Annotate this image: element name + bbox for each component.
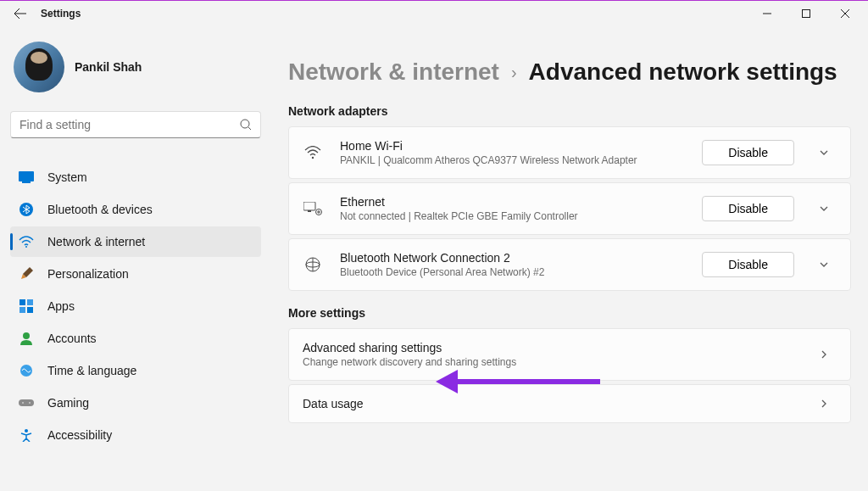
- wifi-icon: [303, 146, 323, 159]
- svg-point-10: [23, 332, 30, 339]
- svg-rect-18: [308, 210, 311, 212]
- svg-rect-9: [27, 307, 33, 313]
- network-adapters-list: Home Wi-Fi PANKIL | Qualcomm Atheros QCA…: [288, 126, 851, 291]
- sidebar-item-label: Accessibility: [47, 428, 112, 442]
- back-button[interactable]: [3, 1, 37, 26]
- svg-rect-8: [19, 307, 25, 313]
- chevron-right-icon: [811, 349, 837, 360]
- svg-point-16: [312, 157, 314, 159]
- adapter-description: Bluetooth Device (Personal Area Network)…: [340, 266, 685, 278]
- page-title: Advanced network settings: [529, 59, 837, 86]
- titlebar: Settings: [0, 1, 868, 26]
- adapter-card-ethernet[interactable]: Ethernet Not connected | Realtek PCIe GB…: [288, 182, 851, 235]
- sidebar-item-gaming[interactable]: Gaming: [10, 388, 261, 418]
- sidebar-item-time[interactable]: Time & language: [10, 355, 261, 386]
- chevron-down-icon[interactable]: [811, 204, 837, 214]
- svg-rect-17: [303, 202, 315, 210]
- sidebar: Pankil Shah System Bluetooth & devices N…: [0, 26, 271, 491]
- profile-row[interactable]: Pankil Shah: [10, 42, 261, 92]
- search-input[interactable]: [19, 118, 240, 131]
- ethernet-icon: [303, 202, 323, 215]
- svg-rect-3: [22, 181, 31, 183]
- svg-rect-0: [803, 10, 810, 18]
- sidebar-item-system[interactable]: System: [10, 162, 261, 192]
- svg-rect-7: [27, 299, 33, 305]
- adapter-card-bluetooth[interactable]: Bluetooth Network Connection 2 Bluetooth…: [288, 238, 851, 291]
- adapter-card-wifi[interactable]: Home Wi-Fi PANKIL | Qualcomm Atheros QCA…: [288, 126, 851, 179]
- setting-body: Data usage: [303, 397, 794, 410]
- sidebar-item-label: Network & internet: [47, 235, 145, 248]
- sidebar-item-label: Apps: [47, 299, 75, 313]
- accessibility-icon: [19, 427, 34, 443]
- svg-point-1: [241, 120, 249, 128]
- sidebar-item-apps[interactable]: Apps: [10, 291, 261, 321]
- sidebar-item-label: Accounts: [47, 332, 97, 345]
- minimize-button[interactable]: [748, 1, 787, 26]
- adapter-name: Bluetooth Network Connection 2: [340, 251, 685, 265]
- bluetooth-network-icon: [303, 257, 323, 272]
- search-field[interactable]: [10, 111, 261, 138]
- adapter-description: Not connected | Realtek PCIe GBE Family …: [340, 210, 685, 222]
- breadcrumb: Network & internet › Advanced network se…: [288, 59, 851, 86]
- sidebar-item-label: Personalization: [47, 267, 129, 281]
- gaming-icon: [19, 395, 34, 410]
- sidebar-item-bluetooth[interactable]: Bluetooth & devices: [10, 194, 261, 225]
- personalization-icon: [19, 266, 34, 282]
- disable-button[interactable]: Disable: [702, 196, 794, 221]
- sidebar-item-label: Time & language: [47, 364, 136, 377]
- bluetooth-icon: [19, 202, 34, 217]
- svg-rect-6: [19, 299, 25, 305]
- adapter-name: Home Wi-Fi: [340, 139, 685, 153]
- sidebar-item-accounts[interactable]: Accounts: [10, 323, 261, 354]
- data-usage-row[interactable]: Data usage: [288, 384, 851, 423]
- window-title: Settings: [41, 8, 81, 20]
- adapter-card-body: Home Wi-Fi PANKIL | Qualcomm Atheros QCA…: [340, 139, 685, 166]
- svg-point-13: [22, 402, 24, 404]
- adapter-card-body: Ethernet Not connected | Realtek PCIe GB…: [340, 195, 685, 222]
- setting-title: Data usage: [303, 397, 794, 410]
- disable-button[interactable]: Disable: [702, 140, 794, 165]
- setting-subtitle: Change network discovery and sharing set…: [303, 356, 794, 368]
- chevron-down-icon[interactable]: [811, 148, 837, 158]
- chevron-right-icon: ›: [511, 63, 517, 82]
- svg-point-5: [25, 246, 27, 248]
- avatar: [14, 42, 64, 92]
- apps-icon: [19, 299, 34, 314]
- chevron-right-icon: [811, 399, 837, 409]
- adapter-name: Ethernet: [340, 195, 685, 209]
- sidebar-item-label: Bluetooth & devices: [47, 203, 153, 216]
- svg-rect-2: [19, 171, 34, 181]
- more-settings-list: Advanced sharing settings Change network…: [288, 328, 851, 423]
- svg-point-14: [29, 402, 31, 404]
- sidebar-item-network[interactable]: Network & internet: [10, 226, 261, 257]
- adapter-description: PANKIL | Qualcomm Atheros QCA9377 Wirele…: [340, 154, 685, 166]
- arrow-left-icon: [14, 7, 27, 20]
- chevron-down-icon[interactable]: [811, 259, 837, 270]
- setting-title: Advanced sharing settings: [303, 341, 794, 354]
- accounts-icon: [19, 331, 34, 346]
- sidebar-item-personalization[interactable]: Personalization: [10, 259, 261, 289]
- sidebar-item-label: Gaming: [47, 396, 89, 410]
- svg-rect-12: [19, 399, 34, 406]
- close-button[interactable]: [826, 1, 865, 26]
- system-icon: [19, 170, 34, 185]
- adapter-card-body: Bluetooth Network Connection 2 Bluetooth…: [340, 251, 685, 278]
- search-icon: [240, 119, 252, 131]
- advanced-sharing-settings-row[interactable]: Advanced sharing settings Change network…: [288, 328, 851, 381]
- section-title-adapters: Network adapters: [288, 104, 851, 118]
- sidebar-item-accessibility[interactable]: Accessibility: [10, 420, 261, 450]
- main-content: Network & internet › Advanced network se…: [271, 26, 868, 491]
- setting-body: Advanced sharing settings Change network…: [303, 341, 794, 368]
- disable-button[interactable]: Disable: [702, 252, 794, 277]
- time-icon: [19, 363, 34, 378]
- user-name: Pankil Shah: [75, 60, 142, 74]
- svg-point-15: [25, 429, 28, 432]
- sidebar-nav: System Bluetooth & devices Network & int…: [10, 162, 261, 450]
- network-icon: [19, 234, 34, 249]
- section-title-more: More settings: [288, 306, 851, 320]
- sidebar-item-label: System: [47, 170, 87, 184]
- window-controls: [748, 1, 865, 26]
- maximize-button[interactable]: [787, 1, 826, 26]
- breadcrumb-parent[interactable]: Network & internet: [288, 59, 499, 86]
